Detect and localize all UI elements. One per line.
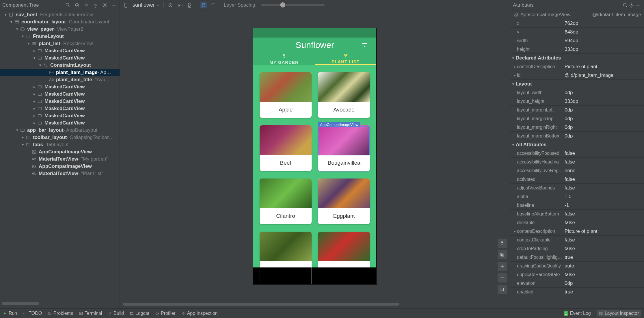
layer-spacing-slider[interactable]	[261, 4, 325, 6]
plant-card[interactable]: Eggplant	[318, 178, 370, 224]
tree-row[interactable]: plant_item_image - Ap…	[0, 69, 120, 76]
tree-row[interactable]: AppCompatImageView	[0, 148, 120, 155]
tree-row[interactable]: FrameLayout	[0, 33, 120, 40]
tree-row[interactable]: AbMaterialTextView - "Plant list"	[0, 170, 120, 177]
attribute-row[interactable]: ▸contentDescriptionPicture of plant	[510, 62, 644, 71]
tree-expand-toggle[interactable]	[26, 40, 31, 47]
attribute-section-header[interactable]: ▾Declared Attributes	[510, 54, 644, 62]
collapse-all-icon[interactable]	[92, 2, 99, 8]
attribute-row[interactable]: accessibilityLiveRegionnone	[510, 166, 644, 175]
attribute-row[interactable]: enabledtrue	[510, 288, 644, 296]
bottom-item-todo[interactable]: TODO	[23, 311, 42, 316]
attribute-section-header[interactable]: ▾Layout	[510, 80, 644, 88]
attribute-row[interactable]: accessibilityFocusedfalse	[510, 149, 644, 158]
tab-my-garden[interactable]: MY GARDEN	[253, 52, 315, 65]
bottom-item-logcat[interactable]: Logcat	[130, 311, 149, 316]
zoom-fit-button[interactable]	[498, 285, 507, 294]
attribute-row[interactable]: cropToPaddingfalse	[510, 244, 644, 253]
tree-expand-toggle[interactable]	[38, 62, 43, 69]
bottom-item-terminal[interactable]: Terminal	[79, 311, 102, 316]
tree-row[interactable]: AbMaterialTextView - "My garden"	[0, 155, 120, 163]
attribute-row[interactable]: layout_marginLeft0dp	[510, 106, 644, 114]
plant-card[interactable]	[318, 232, 370, 277]
attribute-row[interactable]: x762dp	[510, 19, 644, 28]
view-options-icon[interactable]	[167, 2, 174, 8]
tab-plant-list[interactable]: PLANT LIST	[315, 52, 376, 65]
tree-expand-toggle[interactable]	[14, 127, 20, 134]
attribute-row[interactable]: defaultFocusHighlight…true	[510, 253, 644, 262]
attribute-expand-toggle[interactable]: ▸	[513, 73, 517, 77]
zoom-in-button[interactable]: +	[498, 262, 507, 271]
attribute-row[interactable]: layout_height333dp	[510, 97, 644, 106]
attribute-row[interactable]: height333dp	[510, 45, 644, 54]
tree-row[interactable]: plant_list - RecyclerView	[0, 40, 120, 47]
tree-row[interactable]: MaskedCardView	[0, 90, 120, 98]
gear-icon[interactable]	[102, 2, 108, 8]
live-updates-toggle[interactable]	[200, 2, 207, 8]
tree-row[interactable]: MaskedCardView	[0, 98, 120, 105]
attribute-expand-toggle[interactable]: ▸	[513, 65, 517, 69]
attribute-row[interactable]: layout_marginRight0dp	[510, 123, 644, 132]
attribute-row[interactable]: ▸id@id/plant_item_image	[510, 71, 644, 80]
tree-expand-toggle[interactable]	[20, 134, 25, 141]
plant-card[interactable]: Cilantro	[260, 178, 312, 224]
tree-expand-toggle[interactable]	[32, 83, 37, 90]
tree-row[interactable]: MaskedCardView	[0, 83, 120, 90]
bottom-item-event-log[interactable]: 1Event Log	[564, 311, 591, 316]
refresh-icon[interactable]	[210, 2, 217, 8]
tree-row[interactable]: MaskedCardView	[0, 47, 120, 54]
tree-row[interactable]: MaskedCardView	[0, 54, 120, 62]
preview-canvas[interactable]: Sunflower MY GARDEN PLANT LIST	[120, 10, 510, 303]
attribute-row[interactable]: baselineAlignBottomfalse	[510, 210, 644, 218]
attribute-expand-toggle[interactable]: ▸	[513, 229, 517, 233]
minimize-icon[interactable]	[111, 2, 117, 8]
device-selector[interactable]: sunflower	[133, 2, 160, 8]
attribute-row[interactable]: elevation0dp	[510, 279, 644, 288]
plant-card[interactable]: Beet	[260, 125, 312, 171]
tree-expand-toggle[interactable]	[32, 112, 37, 119]
tree-row[interactable]: coordinator_layout - CoordinatorLayout	[0, 18, 120, 25]
tree-expand-toggle[interactable]	[32, 47, 37, 54]
tree-row[interactable]: view_pager - ViewPager2	[0, 25, 120, 33]
attribute-row[interactable]: contextClickablefalse	[510, 236, 644, 244]
attribute-row[interactable]: layout_marginTop0dp	[510, 114, 644, 123]
expand-all-icon[interactable]	[83, 2, 90, 8]
tree-expand-toggle[interactable]	[14, 26, 20, 33]
tree-row[interactable]: MaskedCardView	[0, 112, 120, 119]
tree-expand-toggle[interactable]	[32, 55, 37, 62]
plant-card[interactable]: Apple	[260, 72, 312, 118]
tree-expand-toggle[interactable]	[3, 11, 8, 18]
attribute-section-header[interactable]: ▾All Attributes	[510, 140, 644, 149]
bottom-item-layout-inspector[interactable]: Layout Inspector	[597, 310, 641, 317]
search-icon[interactable]	[65, 2, 71, 8]
plant-card[interactable]: Avocado	[318, 72, 370, 118]
attribute-row[interactable]: accessibilityHeadingfalse	[510, 158, 644, 166]
pan-tool-button[interactable]	[498, 239, 507, 248]
plant-card[interactable]	[260, 232, 312, 277]
attribute-row[interactable]: width594dp	[510, 36, 644, 45]
tree-expand-toggle[interactable]	[20, 33, 25, 40]
tree-row[interactable]: MaskedCardView	[0, 105, 120, 112]
tree-expand-toggle[interactable]	[9, 18, 14, 25]
bottom-item-build[interactable]: Build	[108, 311, 124, 316]
bottom-item-problems[interactable]: Problems	[48, 311, 73, 316]
tree-expand-toggle[interactable]	[32, 91, 37, 98]
attributes-body[interactable]: x762dpy648dpwidth594dpheight333dp▾Declar…	[510, 19, 644, 308]
tree-row[interactable]: Abplant_item_title - "Avo…	[0, 76, 120, 83]
minimize-icon[interactable]	[635, 2, 641, 8]
tree-row[interactable]: tabs - TabLayout	[0, 141, 120, 148]
zoom-out-button[interactable]: −	[498, 273, 507, 282]
attribute-row[interactable]: layout_marginBottom0dp	[510, 132, 644, 140]
tree-row[interactable]: MaskedCardView	[0, 119, 120, 127]
filter-list-icon[interactable]	[359, 38, 371, 52]
tree-row[interactable]: app_bar_layout - AppBarLayout	[0, 127, 120, 134]
tree-row[interactable]: toolbar_layout - CollapsingToolbar…	[0, 134, 120, 141]
attribute-row[interactable]: y648dp	[510, 28, 644, 36]
capture-icon[interactable]	[177, 2, 183, 8]
attribute-row[interactable]: activatedfalse	[510, 175, 644, 184]
gear-icon[interactable]	[628, 2, 635, 8]
tree-row[interactable]: nav_host - FragmentContainerView	[0, 11, 120, 18]
attribute-row[interactable]: layout_width0dp	[510, 88, 644, 97]
tree-row[interactable]: AppCompatImageView	[0, 163, 120, 170]
attribute-row[interactable]: clickablefalse	[510, 218, 644, 227]
